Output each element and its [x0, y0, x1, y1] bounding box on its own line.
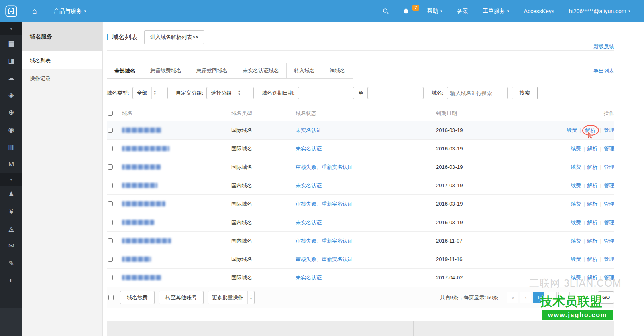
m-service-icon[interactable]: M	[0, 156, 22, 173]
domain-status-link[interactable]: 审核失败、重新实名认证	[296, 201, 353, 207]
lab-flask-icon[interactable]: ◬	[0, 220, 22, 237]
row-checkbox[interactable]	[108, 257, 113, 262]
action-manage-link[interactable]: 管理	[604, 164, 614, 170]
domain-status-link[interactable]: 未实名认证	[296, 219, 322, 225]
row-checkbox[interactable]	[108, 201, 113, 206]
edit-pencil-icon[interactable]: ✎	[0, 255, 22, 272]
action-manage-link[interactable]: 管理	[604, 127, 614, 133]
domain-status-link[interactable]: 审核失败、重新实名认证	[296, 238, 353, 244]
redacted-domain-name[interactable]	[122, 275, 161, 280]
action-resolve-link[interactable]: 解析	[587, 256, 598, 262]
action-resolve-link[interactable]: 解析	[587, 238, 598, 244]
redacted-domain-name[interactable]	[122, 164, 161, 170]
sidebar-item-operation-log[interactable]: 操作记录	[22, 69, 102, 87]
row-checkbox[interactable]	[108, 128, 113, 133]
search-icon[interactable]	[376, 0, 396, 22]
row-checkbox[interactable]	[108, 146, 113, 151]
notification-bell-icon[interactable]: 7	[396, 0, 420, 22]
cdn-globe-icon[interactable]: ⊕	[0, 104, 22, 121]
domain-status-link[interactable]: 未实名认证	[296, 127, 322, 133]
row-checkbox[interactable]	[108, 220, 113, 225]
row-checkbox[interactable]	[108, 164, 113, 170]
nav-beian[interactable]: 备案	[450, 0, 475, 22]
action-renew-link[interactable]: 续费	[571, 201, 581, 207]
page-button[interactable]: «	[507, 292, 518, 303]
new-version-feedback-link[interactable]: 新版反馈	[593, 43, 614, 50]
row-checkbox[interactable]	[108, 275, 113, 280]
action-manage-link[interactable]: 管理	[604, 219, 614, 225]
action-manage-link[interactable]: 管理	[604, 201, 614, 207]
account-menu[interactable]: hi206*****@aliyun.com ▾	[562, 0, 638, 22]
redacted-domain-name[interactable]	[122, 220, 154, 225]
transfer-account-button[interactable]: 转至其他账号	[159, 291, 204, 304]
nav-accesskeys[interactable]: AccessKeys	[517, 0, 562, 22]
redacted-domain-name[interactable]	[122, 201, 165, 206]
action-resolve-link[interactable]: 解析	[587, 146, 598, 152]
action-renew-link[interactable]: 续费	[571, 182, 581, 188]
server-stack-icon[interactable]: ▦	[0, 138, 22, 156]
aliyun-logo[interactable]	[0, 0, 22, 22]
action-resolve-link[interactable]: 解析	[587, 164, 598, 170]
action-renew-link[interactable]: 续费	[571, 238, 581, 244]
action-renew-link[interactable]: 续费	[571, 219, 581, 225]
export-list-link[interactable]: 导出列表	[593, 67, 614, 75]
expiry-start-input[interactable]	[298, 87, 354, 99]
cloud-upload-icon[interactable]: ☁	[0, 69, 22, 87]
redacted-domain-name[interactable]	[122, 128, 161, 133]
action-renew-link[interactable]: 续费	[567, 127, 577, 133]
tab-5[interactable]: 淘域名	[322, 63, 353, 79]
redacted-domain-name[interactable]	[122, 238, 171, 243]
redacted-domain-name[interactable]	[122, 146, 169, 151]
enter-dns-list-button[interactable]: 进入域名解析列表>>	[144, 30, 204, 44]
billing-yen-icon[interactable]: ¥	[0, 203, 22, 220]
nav-help[interactable]: 帮助 ▾	[420, 0, 450, 22]
expiry-end-input[interactable]	[367, 87, 424, 99]
security-shield-icon[interactable]: ◈	[0, 87, 22, 104]
action-renew-link[interactable]: 续费	[571, 146, 581, 152]
redacted-domain-name[interactable]	[122, 257, 151, 262]
domain-status-link[interactable]: 未实名认证	[296, 146, 322, 152]
image-service-icon[interactable]: ◨	[0, 52, 22, 69]
custom-group-select[interactable]: 选择分组 ▲▼	[206, 87, 254, 99]
tab-2[interactable]: 急需赎回域名	[189, 63, 235, 79]
domain-type-select[interactable]: 全部 ▲▼	[132, 87, 168, 99]
action-resolve-link[interactable]: 解析	[587, 182, 598, 188]
action-manage-link[interactable]: 管理	[604, 238, 614, 244]
section-chevron-icon[interactable]: ▾	[0, 173, 22, 186]
row-checkbox[interactable]	[108, 183, 113, 188]
domain-status-link[interactable]: 审核失败、重新实名认证	[296, 164, 353, 170]
tab-1[interactable]: 急需续费域名	[143, 63, 189, 79]
action-resolve-link[interactable]: 解析	[587, 219, 598, 225]
action-manage-link[interactable]: 管理	[604, 182, 614, 188]
mail-envelope-icon[interactable]: ✉	[0, 237, 22, 255]
nav-workorder[interactable]: 工单服务 ▾	[475, 0, 517, 22]
footer-select-all-checkbox[interactable]	[108, 295, 114, 300]
home-icon[interactable]: ⌂	[22, 0, 47, 22]
more-batch-actions-select[interactable]: 更多批量操作 ▲▼	[208, 291, 255, 304]
action-renew-link[interactable]: 续费	[571, 164, 581, 170]
redacted-domain-name[interactable]	[122, 183, 157, 188]
select-all-checkbox[interactable]	[108, 111, 113, 116]
domain-status-link[interactable]: 审核失败、重新实名认证	[296, 256, 353, 262]
row-checkbox[interactable]	[108, 238, 113, 243]
console-list-icon[interactable]: ▤	[0, 35, 22, 52]
domain-search-input[interactable]	[447, 87, 508, 99]
action-manage-link[interactable]: 管理	[604, 256, 614, 262]
user-icon[interactable]: ♟	[0, 186, 22, 203]
nav-products[interactable]: 产品与服务 ▾	[47, 0, 94, 22]
support-badge-icon[interactable]: ◐	[0, 272, 22, 289]
domain-status-link[interactable]: 未实名认证	[296, 275, 322, 281]
collapse-chevron-icon[interactable]: ▾	[0, 22, 22, 35]
dns-globe-icon[interactable]: ◉	[0, 121, 22, 138]
page-button[interactable]: ‹	[520, 292, 531, 303]
search-button[interactable]: 搜索	[512, 87, 538, 99]
renew-domains-button[interactable]: 域名续费	[120, 291, 155, 304]
action-manage-link[interactable]: 管理	[604, 146, 614, 152]
tab-0[interactable]: 全部域名	[107, 63, 143, 79]
action-resolve-link[interactable]: 解析	[587, 201, 598, 207]
tab-4[interactable]: 转入域名	[287, 63, 322, 79]
sidebar-item-domain-list[interactable]: 域名列表	[22, 51, 102, 69]
tab-3[interactable]: 未实名认证域名	[235, 63, 287, 79]
action-renew-link[interactable]: 续费	[571, 256, 581, 262]
domain-status-link[interactable]: 未实名认证	[296, 182, 322, 188]
